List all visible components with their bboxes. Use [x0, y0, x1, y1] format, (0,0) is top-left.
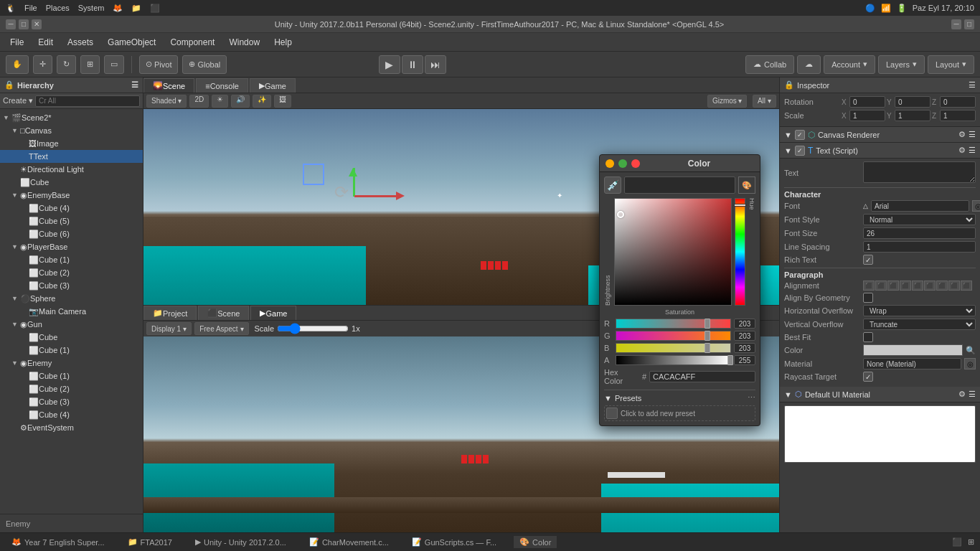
rich-text-checkbox[interactable]: ✓ [863, 255, 873, 265]
rotation-y-input[interactable] [895, 96, 930, 108]
align-right-mid[interactable]: ⬛ [924, 281, 936, 291]
taskbar-browser[interactable]: 🦊 Year 7 English Super... [6, 536, 110, 548]
tab-game-top[interactable]: ▶ Game [250, 78, 296, 93]
menu-window[interactable]: Window [222, 35, 267, 50]
layout-button[interactable]: Layout ▾ [928, 55, 974, 74]
rotation-x-input[interactable] [849, 96, 885, 108]
effects-button[interactable]: ✨ [253, 95, 271, 108]
scale-slider[interactable] [277, 324, 349, 334]
tab-project[interactable]: 📁 Project [143, 306, 197, 320]
canvas-renderer-toggle[interactable]: ✓ [795, 130, 805, 140]
menu-edit[interactable]: Edit [31, 35, 60, 50]
collab-button[interactable]: ☁ Collab [745, 55, 794, 74]
taskbar-right-icon-1[interactable]: ⬛ [952, 537, 962, 547]
hier-row-sphere[interactable]: ▼ ⚫ Sphere [0, 292, 143, 305]
horiz-overflow-select[interactable]: Wrap Overflow [863, 305, 976, 316]
image-effects-button[interactable]: 🖼 [274, 95, 291, 108]
lighting-button[interactable]: ☀ [212, 95, 228, 108]
menu-component[interactable]: Component [163, 35, 222, 50]
align-right-bot[interactable]: ⬛ [961, 281, 972, 291]
tab-scene[interactable]: 🌄 Scene [143, 78, 194, 93]
menu-assets[interactable]: Assets [60, 35, 100, 50]
pause-button[interactable]: ⏸ [402, 55, 423, 74]
win-ctrl-1[interactable]: ─ [951, 19, 961, 29]
align-by-geometry-checkbox[interactable] [863, 293, 873, 303]
maximize-button[interactable]: □ [19, 19, 29, 29]
font-size-input[interactable] [863, 227, 976, 239]
align-left-top[interactable]: ⬛ [863, 281, 875, 291]
hier-row-maincam[interactable]: 📷 Main Camera [0, 305, 143, 318]
hier-row-en-cube1[interactable]: ⬜ Cube (1) [0, 369, 143, 382]
hier-row-pb-cube2[interactable]: ⬜ Cube (2) [0, 266, 143, 279]
hier-row-en-cube3[interactable]: ⬜ Cube (3) [0, 395, 143, 408]
best-fit-checkbox[interactable] [863, 332, 873, 342]
hier-row-gun-cube1[interactable]: ⬜ Cube [0, 331, 143, 344]
g-value-input[interactable] [734, 331, 755, 341]
minimize-button[interactable]: ─ [6, 19, 16, 29]
taskbar-color[interactable]: 🎨 Color [514, 536, 557, 548]
taskbar-unity[interactable]: ▶ Unity - Unity 2017.2.0... [189, 536, 292, 548]
default-material-settings[interactable]: ⚙ [958, 390, 966, 399]
close-button[interactable]: ✕ [32, 19, 42, 29]
color-dialog-maximize[interactable] [618, 159, 627, 168]
b-value-input[interactable] [734, 343, 755, 353]
scale-x-input[interactable] [849, 110, 885, 121]
hier-row-cube6[interactable]: ⬜ Cube (6) [0, 227, 143, 240]
default-material-header[interactable]: ▼ ⬡ Default UI Material ⚙ ☰ [780, 387, 980, 402]
eyedropper-insp-icon[interactable]: 🔍 [966, 346, 976, 355]
palette-icon[interactable]: 🎨 [738, 176, 755, 194]
hier-row-eventsystem[interactable]: ⚙ EventSystem [0, 421, 143, 434]
hier-row-en-cube4[interactable]: ⬜ Cube (4) [0, 408, 143, 421]
hier-row-cube1[interactable]: ⬜ Cube [0, 176, 143, 189]
2d-button[interactable]: 2D [189, 95, 209, 108]
firefox-icon[interactable]: 🦊 [113, 4, 123, 13]
hier-row-enemy[interactable]: ▼ ◉ Enemy [0, 357, 143, 369]
text-script-settings[interactable]: ⚙ [958, 146, 966, 155]
layers-button[interactable]: Layers ▾ [878, 55, 925, 74]
hierarchy-search-input[interactable] [35, 95, 140, 107]
hier-row-gun-cube2[interactable]: ⬜ Cube (1) [0, 344, 143, 357]
align-left-mid[interactable]: ⬛ [900, 281, 911, 291]
hex-display-input[interactable] [629, 181, 730, 189]
places-menu[interactable]: Places [46, 4, 70, 12]
hier-row-cube4[interactable]: ⬜ Cube (4) [0, 202, 143, 215]
text-script-toggle[interactable]: ✓ [795, 146, 805, 156]
canvas-renderer-settings[interactable]: ⚙ [958, 130, 966, 139]
scale-z-input[interactable] [940, 110, 976, 121]
step-button[interactable]: ⏭ [425, 55, 446, 74]
win-ctrl-2[interactable]: □ [964, 19, 974, 29]
shaded-dropdown[interactable]: Shaded ▾ [146, 95, 187, 108]
default-material-menu[interactable]: ☰ [969, 390, 976, 399]
color-gradient-square[interactable] [614, 198, 732, 306]
presets-options-icon[interactable]: ⋯ [748, 393, 755, 402]
create-button[interactable]: Create ▾ [3, 96, 33, 105]
hier-row-dirlight[interactable]: ☀ Directional Light [0, 163, 143, 176]
hier-row-scene[interactable]: ▼ 🎬 Scene2* [0, 111, 143, 124]
align-center-mid[interactable]: ⬛ [912, 281, 923, 291]
font-input[interactable]: Arial [871, 200, 969, 212]
hierarchy-content[interactable]: ▼ 🎬 Scene2* ▼ □ Canvas 🖼 Image [0, 109, 143, 514]
system-menu[interactable]: System [78, 4, 105, 12]
a-value-input[interactable] [734, 355, 755, 365]
align-center-top[interactable]: ⬛ [875, 281, 887, 291]
rotate-tool[interactable]: ↻ [57, 55, 76, 74]
material-input[interactable]: None (Material) [863, 358, 961, 369]
align-right-top[interactable]: ⬛ [887, 281, 899, 291]
vert-overflow-select[interactable]: Truncate Overflow [863, 319, 976, 330]
pivot-button[interactable]: ⊙ Pivot [139, 55, 178, 74]
file-manager-icon[interactable]: 📁 [131, 4, 141, 13]
a-slider-track[interactable] [616, 355, 731, 365]
aspect-dropdown[interactable]: Free Aspect ▾ [194, 322, 248, 335]
text-script-menu[interactable]: ☰ [969, 146, 976, 155]
apple-icon[interactable]: 🐧 [6, 4, 16, 13]
terminal-icon[interactable]: ⬛ [150, 4, 160, 13]
text-textarea[interactable] [863, 161, 976, 183]
global-button[interactable]: ⊕ Global [182, 55, 227, 74]
audio-button[interactable]: 🔊 [231, 95, 250, 108]
raycast-checkbox[interactable]: ✓ [863, 372, 873, 382]
hier-row-enemybase[interactable]: ▼ ◉ EnemyBase [0, 189, 143, 202]
hier-row-en-cube2[interactable]: ⬜ Cube (2) [0, 382, 143, 395]
r-value-input[interactable] [734, 319, 755, 329]
menu-gameobject[interactable]: GameObject [100, 35, 163, 50]
hier-row-pb-cube3[interactable]: ⬜ Cube (3) [0, 279, 143, 292]
